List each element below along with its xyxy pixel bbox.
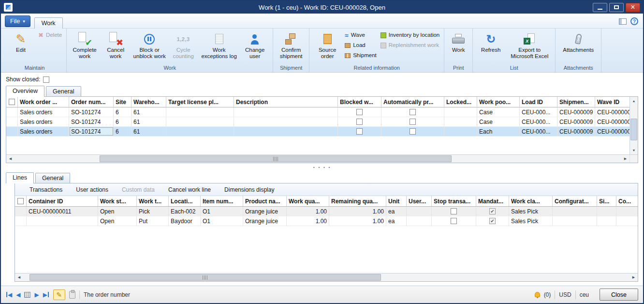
scroll-right-arrow[interactable]: ▶ [629,274,638,281]
attachments-button[interactable]: Attachments [558,30,599,54]
grid-cell[interactable]: ✔ [476,207,509,216]
grid-cell[interactable]: 6 [114,127,132,136]
cell-checkbox[interactable] [410,128,416,135]
cancel-work-button[interactable]: ✖ Cancel work [100,30,131,61]
grid-cell[interactable]: 1.00 [329,207,386,216]
action-cancel-work-line[interactable]: Cancel work line [168,186,211,193]
column-header[interactable]: Work order ... [18,97,69,107]
grid-cell[interactable] [616,207,638,216]
grid-cell[interactable]: Sales Pick [509,207,553,216]
column-header[interactable]: Locati... [169,196,201,206]
maximize-button[interactable] [609,3,624,12]
grid-cell[interactable] [338,107,381,117]
cell-checkbox[interactable] [451,208,457,214]
grid-cell[interactable]: CEU-000009 [557,117,595,126]
column-header[interactable]: Mandat... [476,196,509,206]
grid-cell[interactable]: Baydoor [169,216,201,226]
grid-cell[interactable]: Each-002 [169,207,201,216]
grid-cell[interactable]: Open [98,216,137,226]
close-button[interactable]: Close [600,289,638,301]
column-header[interactable]: Work st... [98,196,137,206]
close-window-button[interactable]: × [626,3,640,12]
cell-checkbox[interactable] [410,119,416,125]
grid-cell[interactable] [553,216,597,226]
grid-cell[interactable] [444,107,477,117]
column-header[interactable]: Description [234,97,338,107]
last-record-button[interactable]: ▶ [43,291,49,298]
grid-cell[interactable] [234,117,338,126]
column-header[interactable]: Shipmen... [557,97,595,107]
grid-cell[interactable] [444,117,477,126]
grid-cell[interactable]: SO-101274 [69,107,114,117]
grid-cell[interactable] [407,207,432,216]
grid-cell[interactable]: Case [477,107,520,117]
next-record-button[interactable]: ▶ [34,291,39,298]
grid-cell[interactable]: CEU-000000 [595,117,629,126]
grid-cell[interactable] [597,216,616,226]
column-header[interactable]: Remaining qua... [329,196,386,206]
tab-overview[interactable]: Overview [6,86,44,97]
grid-view-icon[interactable] [24,292,30,298]
grid-cell[interactable]: CEU-000... [520,107,557,117]
tab-lines[interactable]: Lines [6,172,34,183]
scroll-left-arrow[interactable]: ◀ [6,155,15,163]
horizontal-scroll-thumb[interactable] [29,274,381,281]
grid-cell[interactable]: 1.00 [287,216,329,226]
grid-cell[interactable]: CEU-000009 [557,127,595,136]
grid-row[interactable]: OpenPutBaydoorO1Orange juice1.001.00ea✔S… [15,216,638,226]
horizontal-scroll-thumb[interactable] [100,155,452,162]
work-exceptions-log-button[interactable]: Work exceptions log [199,30,239,61]
vertical-scroll-thumb[interactable] [630,119,637,140]
notification-count[interactable]: (0) [544,291,551,298]
grid-cell[interactable] [381,127,444,136]
column-header[interactable]: Order num... [69,97,114,107]
grid-cell[interactable]: O1 [201,207,243,216]
change-user-button[interactable]: Change user [239,30,270,61]
grid-cell[interactable]: 6 [114,107,132,117]
export-to-excel-button[interactable]: X Export to Microsoft Excel [506,30,553,61]
cell-checkbox[interactable] [356,128,363,135]
grid-cell[interactable]: SO-101274 [69,117,114,126]
action-transactions[interactable]: Transactions [29,186,62,193]
grid-cell[interactable]: Case [477,117,520,126]
column-header[interactable]: Work poo... [477,97,520,107]
grid-cell[interactable] [407,216,432,226]
grid-cell[interactable] [234,127,338,136]
grid-cell[interactable]: Pick [137,207,169,216]
edit-button[interactable]: ✎ Edit [5,30,36,54]
column-header[interactable]: Item num... [201,196,243,206]
grid-cell[interactable] [381,107,444,117]
panel-splitter[interactable] [1,163,643,172]
column-header[interactable]: Work cla... [509,196,553,206]
column-header[interactable]: Si... [597,196,616,206]
grid-cell[interactable] [381,117,444,126]
edit-record-button[interactable]: ✎ [53,289,65,300]
grid-cell[interactable]: 1.00 [329,216,386,226]
grid-cell[interactable]: Each [477,127,520,136]
column-header[interactable]: Load ID [520,97,557,107]
grid-cell[interactable]: Put [137,216,169,226]
grid-cell[interactable]: CEU-000... [520,117,557,126]
inventory-by-location-button[interactable]: Inventory by location [379,30,441,40]
grid-cell[interactable]: CEU-000000011 [27,207,98,216]
grid-cell[interactable]: 61 [132,107,166,117]
grid-cell[interactable]: 1.00 [287,207,329,216]
grid-cell[interactable]: ea [386,216,407,226]
block-unblock-work-button[interactable]: Block or unblock work [131,30,168,61]
grid-cell[interactable]: Sales Pick [509,216,553,226]
grid-row[interactable]: Sales ordersSO-101274661EachCEU-000...CE… [6,127,629,137]
load-button[interactable]: Load [343,40,379,50]
grid-row[interactable]: Sales ordersSO-101274661CaseCEU-000...CE… [6,107,629,117]
grid-cell[interactable]: 61 [132,127,166,136]
grid-cell[interactable]: 61 [132,117,166,126]
select-all-checkbox[interactable] [17,198,24,204]
cell-checkbox[interactable] [410,109,416,115]
grid-cell[interactable]: ea [386,207,407,216]
column-header[interactable]: Stop transa... [432,196,476,206]
cell-checkbox[interactable]: ✔ [489,218,496,224]
scroll-right-arrow[interactable]: ▶ [621,155,629,163]
grid-cell[interactable]: ✔ [476,216,509,226]
layout-icon[interactable] [619,18,627,25]
grid-cell[interactable]: Sales orders [18,127,69,136]
column-header[interactable]: Site [114,97,132,107]
